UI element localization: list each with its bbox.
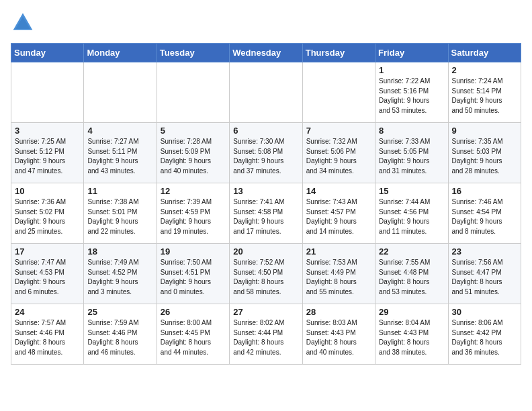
calendar-cell: 7Sunrise: 7:32 AM Sunset: 5:06 PM Daylig…: [302, 123, 375, 183]
calendar-table: SundayMondayTuesdayWednesdayThursdayFrid…: [11, 43, 521, 365]
day-info: Sunrise: 7:32 AM Sunset: 5:06 PM Dayligh…: [306, 137, 371, 176]
day-number: 9: [452, 126, 517, 136]
calendar-cell: 17Sunrise: 7:47 AM Sunset: 4:53 PM Dayli…: [11, 244, 84, 304]
day-number: 20: [233, 246, 298, 257]
calendar-cell: [84, 62, 157, 123]
calendar-cell: 26Sunrise: 8:00 AM Sunset: 4:45 PM Dayli…: [157, 304, 229, 365]
logo: [11, 11, 39, 35]
weekday-row: SundayMondayTuesdayWednesdayThursdayFrid…: [11, 44, 521, 62]
calendar-cell: [302, 62, 375, 123]
weekday-header: Monday: [84, 44, 157, 62]
calendar-cell: [157, 62, 229, 123]
day-info: Sunrise: 8:00 AM Sunset: 4:45 PM Dayligh…: [161, 318, 226, 357]
day-number: 3: [15, 126, 80, 136]
day-info: Sunrise: 7:55 AM Sunset: 4:48 PM Dayligh…: [379, 258, 444, 297]
day-info: Sunrise: 7:57 AM Sunset: 4:46 PM Dayligh…: [15, 318, 80, 357]
day-number: 22: [379, 246, 444, 257]
day-info: Sunrise: 7:41 AM Sunset: 4:58 PM Dayligh…: [233, 197, 298, 236]
calendar-week-row: 3Sunrise: 7:25 AM Sunset: 5:12 PM Daylig…: [11, 123, 521, 183]
day-info: Sunrise: 7:52 AM Sunset: 4:50 PM Dayligh…: [233, 258, 298, 297]
day-info: Sunrise: 7:44 AM Sunset: 4:56 PM Dayligh…: [379, 197, 444, 236]
day-info: Sunrise: 7:59 AM Sunset: 4:46 PM Dayligh…: [87, 318, 152, 357]
logo-icon: [11, 11, 35, 35]
day-info: Sunrise: 8:02 AM Sunset: 4:44 PM Dayligh…: [233, 318, 298, 357]
day-info: Sunrise: 7:47 AM Sunset: 4:53 PM Dayligh…: [15, 258, 80, 297]
day-info: Sunrise: 7:25 AM Sunset: 5:12 PM Dayligh…: [15, 137, 80, 176]
calendar-header: SundayMondayTuesdayWednesdayThursdayFrid…: [11, 44, 521, 62]
weekday-header: Sunday: [11, 44, 84, 62]
calendar-cell: 1Sunrise: 7:22 AM Sunset: 5:16 PM Daylig…: [375, 62, 448, 123]
calendar-cell: 23Sunrise: 7:56 AM Sunset: 4:47 PM Dayli…: [448, 244, 521, 304]
day-info: Sunrise: 8:06 AM Sunset: 4:42 PM Dayligh…: [452, 318, 517, 357]
day-number: 25: [87, 307, 152, 317]
day-info: Sunrise: 7:46 AM Sunset: 4:54 PM Dayligh…: [452, 197, 517, 236]
day-info: Sunrise: 7:53 AM Sunset: 4:49 PM Dayligh…: [306, 258, 371, 297]
day-number: 29: [379, 307, 444, 317]
calendar-cell: 28Sunrise: 8:03 AM Sunset: 4:43 PM Dayli…: [302, 304, 375, 365]
day-info: Sunrise: 8:03 AM Sunset: 4:43 PM Dayligh…: [306, 318, 371, 357]
day-number: 2: [452, 65, 517, 75]
calendar-week-row: 17Sunrise: 7:47 AM Sunset: 4:53 PM Dayli…: [11, 244, 521, 304]
day-info: Sunrise: 7:56 AM Sunset: 4:47 PM Dayligh…: [452, 258, 517, 297]
day-number: 1: [379, 65, 444, 75]
day-number: 23: [452, 246, 517, 257]
day-number: 4: [87, 126, 152, 136]
calendar-cell: 10Sunrise: 7:36 AM Sunset: 5:02 PM Dayli…: [11, 183, 84, 244]
day-number: 10: [15, 186, 80, 196]
weekday-header: Tuesday: [157, 44, 229, 62]
day-number: 7: [306, 126, 371, 136]
day-number: 15: [379, 186, 444, 196]
day-info: Sunrise: 7:35 AM Sunset: 5:03 PM Dayligh…: [452, 137, 517, 176]
day-number: 12: [161, 186, 226, 196]
calendar-cell: 11Sunrise: 7:38 AM Sunset: 5:01 PM Dayli…: [84, 183, 157, 244]
page-header: [11, 11, 521, 35]
day-number: 30: [452, 307, 517, 317]
day-number: 17: [15, 246, 80, 257]
calendar-cell: 3Sunrise: 7:25 AM Sunset: 5:12 PM Daylig…: [11, 123, 84, 183]
day-info: Sunrise: 7:24 AM Sunset: 5:14 PM Dayligh…: [452, 77, 517, 116]
calendar-cell: 8Sunrise: 7:33 AM Sunset: 5:05 PM Daylig…: [375, 123, 448, 183]
day-info: Sunrise: 7:36 AM Sunset: 5:02 PM Dayligh…: [15, 197, 80, 236]
calendar-cell: 27Sunrise: 8:02 AM Sunset: 4:44 PM Dayli…: [230, 304, 302, 365]
day-number: 24: [15, 307, 80, 317]
day-info: Sunrise: 7:33 AM Sunset: 5:05 PM Dayligh…: [379, 137, 444, 176]
calendar-cell: 15Sunrise: 7:44 AM Sunset: 4:56 PM Dayli…: [375, 183, 448, 244]
calendar-cell: 21Sunrise: 7:53 AM Sunset: 4:49 PM Dayli…: [302, 244, 375, 304]
day-number: 13: [233, 186, 298, 196]
day-number: 8: [379, 126, 444, 136]
calendar-cell: 6Sunrise: 7:30 AM Sunset: 5:08 PM Daylig…: [230, 123, 302, 183]
weekday-header: Friday: [375, 44, 448, 62]
day-number: 18: [87, 246, 152, 257]
day-number: 26: [161, 307, 226, 317]
calendar-cell: 20Sunrise: 7:52 AM Sunset: 4:50 PM Dayli…: [230, 244, 302, 304]
calendar-cell: 16Sunrise: 7:46 AM Sunset: 4:54 PM Dayli…: [448, 183, 521, 244]
calendar-cell: 5Sunrise: 7:28 AM Sunset: 5:09 PM Daylig…: [157, 123, 229, 183]
day-number: 6: [233, 126, 298, 136]
weekday-header: Saturday: [448, 44, 521, 62]
weekday-header: Wednesday: [230, 44, 302, 62]
calendar-cell: [230, 62, 302, 123]
calendar-cell: 12Sunrise: 7:39 AM Sunset: 4:59 PM Dayli…: [157, 183, 229, 244]
calendar-cell: 30Sunrise: 8:06 AM Sunset: 4:42 PM Dayli…: [448, 304, 521, 365]
day-number: 14: [306, 186, 371, 196]
calendar-cell: 29Sunrise: 8:04 AM Sunset: 4:43 PM Dayli…: [375, 304, 448, 365]
calendar-cell: 24Sunrise: 7:57 AM Sunset: 4:46 PM Dayli…: [11, 304, 84, 365]
calendar-cell: 2Sunrise: 7:24 AM Sunset: 5:14 PM Daylig…: [448, 62, 521, 123]
day-info: Sunrise: 7:22 AM Sunset: 5:16 PM Dayligh…: [379, 77, 444, 116]
calendar-week-row: 1Sunrise: 7:22 AM Sunset: 5:16 PM Daylig…: [11, 62, 521, 123]
calendar-cell: 13Sunrise: 7:41 AM Sunset: 4:58 PM Dayli…: [230, 183, 302, 244]
day-number: 19: [161, 246, 226, 257]
calendar-body: 1Sunrise: 7:22 AM Sunset: 5:16 PM Daylig…: [11, 62, 521, 365]
day-number: 27: [233, 307, 298, 317]
day-number: 28: [306, 307, 371, 317]
calendar-cell: 9Sunrise: 7:35 AM Sunset: 5:03 PM Daylig…: [448, 123, 521, 183]
calendar-cell: 4Sunrise: 7:27 AM Sunset: 5:11 PM Daylig…: [84, 123, 157, 183]
day-number: 21: [306, 246, 371, 257]
weekday-header: Thursday: [302, 44, 375, 62]
day-number: 5: [161, 126, 226, 136]
day-info: Sunrise: 7:50 AM Sunset: 4:51 PM Dayligh…: [161, 258, 226, 297]
day-info: Sunrise: 7:27 AM Sunset: 5:11 PM Dayligh…: [87, 137, 152, 176]
day-number: 16: [452, 186, 517, 196]
calendar-cell: 18Sunrise: 7:49 AM Sunset: 4:52 PM Dayli…: [84, 244, 157, 304]
calendar-cell: 25Sunrise: 7:59 AM Sunset: 4:46 PM Dayli…: [84, 304, 157, 365]
